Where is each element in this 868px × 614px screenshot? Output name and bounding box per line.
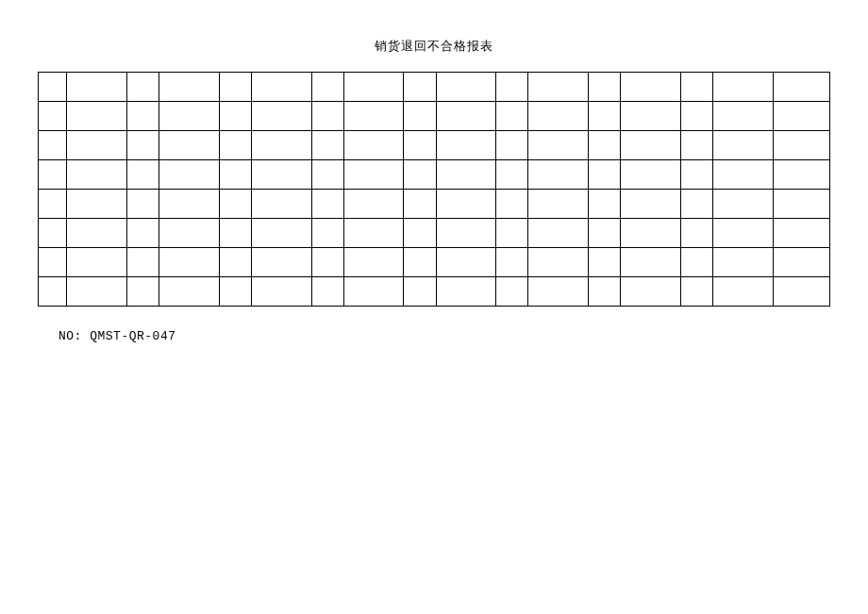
- table-cell: [713, 160, 774, 190]
- table-cell: [39, 160, 67, 190]
- table-cell: [681, 277, 713, 307]
- table-cell: [343, 277, 404, 307]
- table-cell: [528, 160, 589, 190]
- table-row: [39, 160, 830, 190]
- table-cell: [681, 190, 713, 219]
- table-cell: [621, 190, 681, 219]
- table-row: [39, 248, 830, 277]
- table-cell: [126, 248, 159, 277]
- table-cell: [311, 73, 343, 102]
- table-cell: [681, 248, 713, 277]
- table-cell: [528, 219, 589, 248]
- table-cell: [39, 102, 67, 131]
- table-cell: [621, 131, 681, 160]
- table-cell: [713, 219, 774, 248]
- table-cell: [126, 131, 159, 160]
- table-cell: [404, 160, 436, 190]
- table-cell: [774, 102, 830, 131]
- document-number: NO: QMST-QR-047: [58, 329, 868, 343]
- table-cell: [528, 73, 589, 102]
- table-cell: [404, 102, 436, 131]
- table-cell: [621, 73, 681, 102]
- table-cell: [343, 219, 404, 248]
- table-cell: [66, 160, 126, 190]
- table-cell: [219, 73, 251, 102]
- table-cell: [528, 190, 589, 219]
- table-cell: [343, 131, 404, 160]
- table-cell: [39, 190, 67, 219]
- table-cell: [404, 219, 436, 248]
- table-row: [39, 190, 830, 219]
- table-cell: [343, 102, 404, 131]
- table-row: [39, 73, 830, 102]
- table-cell: [159, 102, 219, 131]
- table-cell: [219, 219, 251, 248]
- table-cell: [126, 190, 159, 219]
- table-cell: [496, 219, 528, 248]
- table-container: [38, 72, 830, 307]
- table-cell: [589, 102, 621, 131]
- table-cell: [774, 219, 830, 248]
- table-cell: [126, 277, 159, 307]
- table-cell: [589, 160, 621, 190]
- table-cell: [713, 248, 774, 277]
- table-cell: [311, 102, 343, 131]
- table-cell: [621, 160, 681, 190]
- table-cell: [126, 73, 159, 102]
- table-cell: [159, 73, 219, 102]
- table-cell: [251, 73, 311, 102]
- table-cell: [66, 248, 126, 277]
- table-cell: [621, 102, 681, 131]
- table-cell: [496, 131, 528, 160]
- table-cell: [219, 248, 251, 277]
- table-cell: [404, 277, 436, 307]
- table-cell: [528, 277, 589, 307]
- table-row: [39, 277, 830, 307]
- table-cell: [159, 277, 219, 307]
- table-cell: [251, 160, 311, 190]
- table-cell: [404, 131, 436, 160]
- table-cell: [159, 160, 219, 190]
- table-cell: [343, 73, 404, 102]
- table-cell: [251, 190, 311, 219]
- table-row: [39, 131, 830, 160]
- table-cell: [621, 277, 681, 307]
- table-cell: [343, 248, 404, 277]
- table-cell: [126, 219, 159, 248]
- table-cell: [436, 131, 496, 160]
- table-cell: [159, 248, 219, 277]
- table-cell: [528, 131, 589, 160]
- table-cell: [681, 160, 713, 190]
- table-cell: [311, 160, 343, 190]
- table-cell: [496, 190, 528, 219]
- table-cell: [251, 131, 311, 160]
- table-cell: [496, 102, 528, 131]
- table-cell: [311, 248, 343, 277]
- table-cell: [311, 277, 343, 307]
- table-cell: [159, 190, 219, 219]
- table-cell: [589, 248, 621, 277]
- table-cell: [219, 160, 251, 190]
- table-cell: [66, 131, 126, 160]
- table-cell: [436, 160, 496, 190]
- table-cell: [589, 277, 621, 307]
- table-cell: [774, 131, 830, 160]
- table-cell: [774, 190, 830, 219]
- table-cell: [66, 219, 126, 248]
- table-cell: [311, 219, 343, 248]
- table-cell: [251, 219, 311, 248]
- table-row: [39, 219, 830, 248]
- table-cell: [219, 190, 251, 219]
- table-cell: [774, 160, 830, 190]
- table-cell: [251, 248, 311, 277]
- table-cell: [681, 102, 713, 131]
- table-cell: [66, 73, 126, 102]
- table-cell: [436, 219, 496, 248]
- table-cell: [528, 248, 589, 277]
- table-cell: [713, 73, 774, 102]
- table-cell: [404, 190, 436, 219]
- table-cell: [436, 248, 496, 277]
- table-cell: [774, 277, 830, 307]
- table-cell: [251, 277, 311, 307]
- table-cell: [713, 277, 774, 307]
